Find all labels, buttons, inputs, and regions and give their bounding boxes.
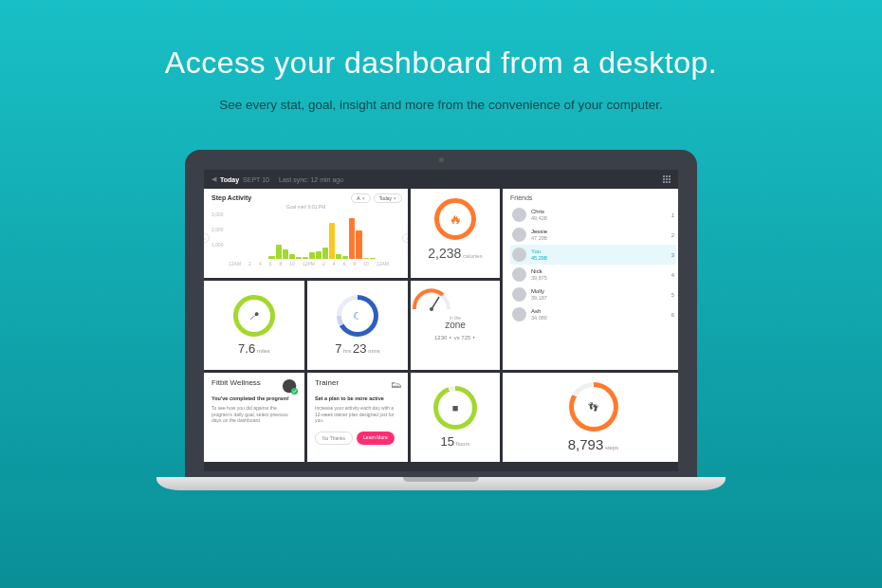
x-tick: 8 bbox=[353, 261, 356, 266]
x-tick: 4 bbox=[333, 261, 336, 266]
bar bbox=[276, 245, 282, 259]
sleep-mins: 23 bbox=[353, 341, 366, 356]
learn-more-button[interactable]: Learn More bbox=[357, 432, 395, 445]
avatar bbox=[512, 307, 526, 322]
friend-name: Nick bbox=[531, 268, 671, 275]
bar bbox=[296, 257, 302, 260]
floors-ring: ■ bbox=[433, 386, 477, 430]
y-tick: 3,000 bbox=[211, 211, 224, 217]
friend-name: Molly bbox=[531, 288, 671, 295]
svg-point-3 bbox=[291, 388, 298, 395]
zone-label: zone bbox=[411, 320, 500, 330]
friend-rank: 2 bbox=[671, 232, 674, 238]
friend-name: Jessie bbox=[531, 229, 671, 235]
x-tick: 10 bbox=[289, 261, 295, 266]
calories-ring: 🔥︎ bbox=[434, 198, 476, 240]
step-filter-range[interactable]: Today▾ bbox=[374, 193, 402, 203]
friend-row[interactable]: Ash34,0806 bbox=[510, 304, 676, 324]
friend-steps: 39,187 bbox=[531, 295, 671, 301]
wellness-badge-icon bbox=[282, 378, 299, 395]
x-tick: 12PM bbox=[303, 261, 315, 266]
friend-name: Ash bbox=[531, 308, 671, 315]
goal-met-label: Goal met! 6:01 PM bbox=[211, 204, 400, 210]
friend-row[interactable]: Nick39,8754 bbox=[510, 265, 676, 285]
miles-card[interactable]: 📍︎ 7.6 miles bbox=[204, 281, 304, 370]
floors-card[interactable]: ■ 15 floors bbox=[411, 373, 500, 462]
miles-value: 7.6 bbox=[238, 341, 255, 356]
camera-dot bbox=[439, 157, 444, 162]
trainer-card[interactable]: Trainer 👟︎ Set a plan to be more active … bbox=[307, 373, 408, 462]
pin-icon: 📍︎ bbox=[248, 309, 260, 322]
trainer-title: Trainer bbox=[315, 379, 400, 388]
friend-row[interactable]: Molly39,1875 bbox=[510, 285, 676, 304]
avatar bbox=[512, 267, 526, 282]
friends-card[interactable]: Friends Chris49,4281Jessie47,2982You45,2… bbox=[503, 189, 678, 370]
friend-rank: 5 bbox=[671, 292, 674, 298]
bar bbox=[370, 258, 376, 259]
bar bbox=[289, 254, 295, 259]
shoe-icon: 👟︎ bbox=[391, 378, 402, 392]
sleep-card[interactable]: ☾ 7 hrs 23 mins bbox=[307, 281, 408, 370]
friends-title: Friends bbox=[510, 194, 676, 201]
laptop-mockup: ◀ Today SEPT 10 Last sync: 12 min ago St… bbox=[185, 150, 697, 490]
dashboard-header: ◀ Today SEPT 10 Last sync: 12 min ago bbox=[204, 170, 678, 189]
chart-next[interactable]: › bbox=[402, 233, 408, 243]
miles-ring: 📍︎ bbox=[233, 295, 275, 337]
friend-rank: 3 bbox=[671, 252, 674, 258]
trainer-headline: Set a plan to be more active bbox=[315, 395, 400, 402]
friend-name: Chris bbox=[531, 209, 671, 215]
friend-row[interactable]: You45,2983 bbox=[510, 245, 676, 265]
floors-value: 15 bbox=[441, 434, 454, 449]
friend-steps: 49,428 bbox=[531, 215, 671, 221]
chart-prev[interactable]: ‹ bbox=[204, 233, 210, 243]
today-label[interactable]: Today bbox=[220, 176, 239, 183]
x-tick: 2 bbox=[248, 261, 251, 266]
x-axis: 12AM24681012PM24681012AM bbox=[211, 259, 400, 266]
friend-row[interactable]: Chris49,4281 bbox=[510, 205, 676, 225]
grid-view-icon[interactable] bbox=[663, 175, 671, 183]
avatar bbox=[512, 287, 526, 302]
zone-values: 1230 ‣ vs 725 ‣ bbox=[411, 334, 500, 340]
sleep-hrs: 7 bbox=[335, 341, 341, 356]
step-activity-card[interactable]: Step Activity A▾ Today▾ Goal met! 6:01 P… bbox=[204, 189, 408, 278]
miles-unit: miles bbox=[257, 348, 270, 354]
x-tick: 4 bbox=[259, 261, 262, 266]
avatar bbox=[512, 228, 526, 242]
steps-card[interactable]: 👣︎ 8,793 steps bbox=[503, 373, 678, 462]
no-thanks-button[interactable]: No Thanks bbox=[315, 432, 353, 445]
last-sync: Last sync: 12 min ago bbox=[279, 176, 343, 183]
bar bbox=[342, 256, 348, 259]
footprint-icon: 👣︎ bbox=[588, 401, 598, 413]
calories-card[interactable]: 🔥︎ 2,238 calories bbox=[411, 189, 500, 278]
friend-row[interactable]: Jessie47,2982 bbox=[510, 225, 676, 245]
hero-subtitle: See every stat, goal, insight and more f… bbox=[0, 98, 882, 112]
bar bbox=[349, 218, 355, 259]
wellness-card[interactable]: Fitbit Wellness You've completed the pro… bbox=[204, 373, 304, 462]
floors-unit: floors bbox=[456, 441, 470, 447]
avatar bbox=[512, 208, 526, 222]
prev-day-arrow[interactable]: ◀ bbox=[211, 175, 216, 183]
zone-gauge bbox=[411, 288, 452, 311]
friend-steps: 47,298 bbox=[531, 235, 671, 241]
bar bbox=[316, 251, 322, 259]
trainer-body: Increase your activity each day with a 1… bbox=[315, 405, 400, 424]
y-tick: 2,000 bbox=[211, 227, 224, 232]
svg-point-1 bbox=[430, 307, 433, 311]
y-tick: 1,000 bbox=[211, 242, 224, 248]
wellness-headline: You've completed the program! bbox=[211, 395, 297, 402]
bar bbox=[329, 223, 335, 259]
calories-unit: calories bbox=[463, 253, 483, 259]
step-filter-metric[interactable]: A▾ bbox=[351, 193, 370, 203]
x-tick: 6 bbox=[269, 261, 272, 266]
avatar bbox=[512, 248, 526, 262]
step-bar-chart: 3,000 2,000 1,000 bbox=[211, 211, 400, 259]
bar bbox=[322, 248, 328, 259]
bar bbox=[303, 257, 308, 259]
flame-icon: 🔥︎ bbox=[449, 211, 462, 227]
svg-line-0 bbox=[432, 297, 439, 309]
laptop-base bbox=[156, 477, 726, 490]
hero-title: Access your dashboard from a desktop. bbox=[0, 46, 882, 81]
friend-rank: 4 bbox=[671, 272, 674, 278]
bar bbox=[283, 249, 288, 259]
zone-card[interactable]: in the zone 1230 ‣ vs 725 ‣ bbox=[411, 281, 500, 370]
